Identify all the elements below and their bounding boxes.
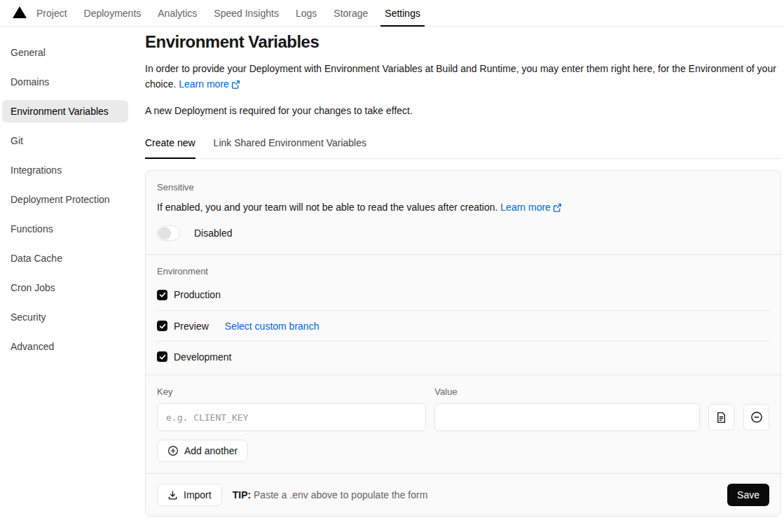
learn-more-label: Learn more — [179, 78, 229, 90]
sensitive-toggle-row: Disabled — [157, 225, 769, 243]
key-input[interactable] — [157, 403, 426, 431]
sensitive-description: If enabled, you and your team will not b… — [157, 202, 769, 214]
main-content: Environment Variables In order to provid… — [145, 27, 784, 532]
import-label: Import — [184, 489, 212, 500]
tip-body: Paste a .env above to populate the form — [254, 489, 427, 500]
toggle-thumb — [158, 227, 171, 239]
card-footer: Import TIP: Paste a .env above to popula… — [146, 473, 780, 516]
sidebar-item-functions[interactable]: Functions — [2, 218, 128, 240]
environment-row-preview: Preview Select custom branch — [157, 310, 769, 341]
sensitive-toggle-state: Disabled — [194, 227, 232, 239]
environment-row-production: Production — [157, 279, 769, 310]
add-another-button[interactable]: Add another — [157, 440, 248, 462]
sidebar-item-general[interactable]: General — [2, 41, 128, 64]
nav-item-speed-insights[interactable]: Speed Insights — [214, 0, 279, 26]
sidebar-item-cron-jobs[interactable]: Cron Jobs — [2, 276, 128, 299]
select-custom-branch-link[interactable]: Select custom branch — [225, 321, 319, 332]
development-checkbox[interactable] — [157, 351, 167, 362]
paste-env-button[interactable] — [708, 404, 734, 430]
page-description: In order to provide your Deployment with… — [145, 61, 781, 93]
sidebar-item-domains[interactable]: Domains — [2, 71, 128, 93]
key-value-row: Key Value — [157, 386, 769, 431]
page-title: Environment Variables — [145, 32, 781, 52]
top-navigation: Project Deployments Analytics Speed Insi… — [0, 0, 784, 27]
deployment-note: A new Deployment is required for your ch… — [145, 105, 781, 116]
sensitive-learn-more-label: Learn more — [500, 202, 551, 213]
plus-circle-icon — [167, 445, 179, 456]
sensitive-section: Sensitive If enabled, you and your team … — [146, 171, 780, 254]
add-another-label: Add another — [184, 445, 238, 456]
top-nav-tabs: Project Deployments Analytics Speed Insi… — [36, 0, 420, 26]
vercel-logo-icon[interactable] — [13, 6, 27, 18]
env-var-tabs: Create new Link Shared Environment Varia… — [145, 137, 781, 159]
nav-item-deployments[interactable]: Deployments — [84, 0, 142, 26]
import-button[interactable]: Import — [157, 484, 222, 506]
minus-circle-icon — [750, 411, 763, 424]
download-icon — [167, 490, 178, 500]
sensitive-toggle[interactable] — [157, 225, 180, 241]
value-label: Value — [434, 386, 700, 397]
sidebar-item-data-cache[interactable]: Data Cache — [2, 247, 128, 270]
sidebar-item-integrations[interactable]: Integrations — [2, 159, 128, 181]
tab-create-new[interactable]: Create new — [145, 137, 195, 158]
checkmark-icon — [159, 291, 166, 298]
sensitive-learn-more-link[interactable]: Learn more — [500, 202, 562, 213]
remove-row-button[interactable] — [743, 404, 769, 430]
preview-label[interactable]: Preview — [174, 321, 209, 332]
sidebar-item-security[interactable]: Security — [2, 306, 128, 328]
create-env-var-card: Sensitive If enabled, you and your team … — [145, 170, 781, 517]
environment-options: Production Preview Select custom branch — [157, 279, 769, 372]
sidebar-item-environment-variables[interactable]: Environment Variables — [2, 100, 128, 122]
production-checkbox[interactable] — [157, 290, 167, 300]
sensitive-description-text: If enabled, you and your team will not b… — [157, 202, 497, 213]
production-label[interactable]: Production — [174, 289, 221, 300]
document-icon — [715, 412, 727, 424]
nav-item-analytics[interactable]: Analytics — [158, 0, 197, 26]
value-column: Value — [434, 386, 700, 431]
sidebar-item-git[interactable]: Git — [2, 130, 128, 152]
tip-text: TIP: Paste a .env above to populate the … — [233, 489, 428, 500]
environment-label: Environment — [157, 266, 769, 276]
value-input[interactable] — [434, 403, 700, 431]
nav-item-settings[interactable]: Settings — [385, 0, 420, 26]
key-value-section: Key Value Add anothe — [146, 374, 780, 473]
checkmark-icon — [159, 354, 166, 360]
tab-link-shared[interactable]: Link Shared Environment Variables — [214, 137, 366, 158]
external-link-icon — [231, 78, 240, 93]
preview-checkbox[interactable] — [157, 321, 167, 331]
environment-section: Environment Production Preview Select cu — [146, 254, 780, 374]
nav-item-project[interactable]: Project — [36, 0, 67, 26]
development-label[interactable]: Development — [174, 351, 232, 363]
tip-label: TIP: — [233, 489, 251, 500]
nav-item-logs[interactable]: Logs — [296, 0, 317, 26]
key-column: Key — [157, 386, 426, 431]
sensitive-label: Sensitive — [157, 182, 769, 192]
sidebar-item-deployment-protection[interactable]: Deployment Protection — [2, 188, 128, 211]
save-button[interactable]: Save — [727, 484, 769, 506]
external-link-icon — [553, 203, 562, 214]
sidebar-item-advanced[interactable]: Advanced — [2, 335, 128, 358]
nav-item-storage[interactable]: Storage — [333, 0, 368, 26]
checkmark-icon — [159, 323, 166, 330]
key-label: Key — [157, 386, 426, 397]
learn-more-link[interactable]: Learn more — [179, 78, 240, 90]
settings-sidebar: General Domains Environment Variables Gi… — [0, 27, 145, 532]
environment-row-development: Development — [157, 341, 769, 372]
